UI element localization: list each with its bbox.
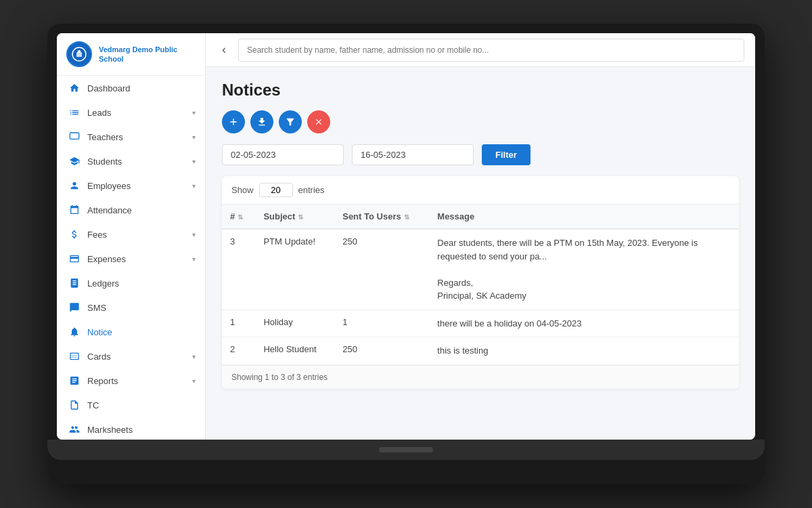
download-button[interactable] <box>250 110 273 133</box>
employees-icon <box>68 179 81 192</box>
nav-item-sms[interactable]: SMS <box>57 295 205 320</box>
laptop-screen: Vedmarg Demo Public School Dashboard Lea… <box>57 33 755 440</box>
laptop-notch <box>379 447 433 452</box>
table-row: 2 Hello Student 250 this is testing <box>222 337 739 365</box>
col-subject: Subject⇅ <box>255 205 334 229</box>
cell-subject: Hello Student <box>255 337 334 365</box>
notices-table: #⇅ Subject⇅ Sent To Users⇅ Message 3 PTM… <box>222 205 739 365</box>
svg-point-1 <box>78 50 81 53</box>
teachers-arrow: ▾ <box>192 133 196 141</box>
entries-suffix: entries <box>298 185 325 195</box>
laptop-base <box>47 440 765 460</box>
teachers-icon <box>68 131 81 143</box>
app-wrapper: Vedmarg Demo Public School Dashboard Lea… <box>57 33 755 440</box>
notice-label: Notice <box>87 327 196 337</box>
cell-num: 2 <box>222 337 255 365</box>
nav-item-leads[interactable]: Leads ▾ <box>57 100 205 125</box>
nav-item-attendance[interactable]: Attendance <box>57 198 205 222</box>
expenses-arrow: ▾ <box>192 255 196 263</box>
fees-icon <box>68 228 81 240</box>
ledgers-icon <box>68 277 81 289</box>
nav-item-expenses[interactable]: Expenses ▾ <box>57 247 205 271</box>
reports-arrow: ▾ <box>192 377 196 385</box>
entries-input[interactable] <box>259 183 293 197</box>
laptop-frame: Vedmarg Demo Public School Dashboard Lea… <box>47 24 765 484</box>
dashboard-label: Dashboard <box>87 83 196 93</box>
notices-table-wrapper: Show entries #⇅ Subject⇅ Sent To Users⇅ <box>222 176 739 389</box>
date-to-input[interactable] <box>352 144 474 165</box>
home-icon <box>68 82 81 94</box>
tc-icon <box>68 399 81 411</box>
filter-row: Filter <box>222 144 739 165</box>
cell-subject: Holiday <box>255 310 334 337</box>
leads-icon <box>68 106 81 119</box>
sms-label: SMS <box>87 303 196 313</box>
sidebar: Vedmarg Demo Public School Dashboard Lea… <box>57 33 206 440</box>
show-entries-control: Show entries <box>222 176 739 205</box>
cell-message: Dear students, there will be a PTM on 15… <box>429 229 739 310</box>
nav-item-employees[interactable]: Employees ▾ <box>57 173 205 198</box>
reports-icon <box>68 375 81 387</box>
notice-icon <box>68 326 81 338</box>
main-content: ‹ Notices <box>206 33 755 440</box>
logo-icon <box>66 41 92 67</box>
nav-item-dashboard[interactable]: Dashboard <box>57 76 205 100</box>
show-label: Show <box>231 185 254 195</box>
cell-subject: PTM Update! <box>255 229 334 310</box>
teachers-label: Teachers <box>87 132 185 142</box>
employees-label: Employees <box>87 181 185 191</box>
col-sent-to: Sent To Users⇅ <box>334 205 429 229</box>
svg-rect-2 <box>70 133 78 139</box>
nav-item-teachers[interactable]: Teachers ▾ <box>57 125 205 149</box>
logo-text: Vedmarg Demo Public School <box>99 45 196 64</box>
expenses-label: Expenses <box>87 254 185 264</box>
nav-item-tc[interactable]: TC <box>57 393 205 417</box>
employees-arrow: ▾ <box>192 182 196 190</box>
nav-item-cards[interactable]: Cards ▾ <box>57 344 205 368</box>
date-from-input[interactable] <box>222 144 344 165</box>
cell-num: 3 <box>222 229 255 310</box>
nav-item-notice[interactable]: Notice <box>57 320 205 344</box>
expenses-icon <box>68 253 81 265</box>
tc-label: TC <box>87 400 196 410</box>
cell-num: 1 <box>222 310 255 337</box>
marksheets-label: Marksheets <box>87 425 196 435</box>
students-icon <box>68 155 81 167</box>
fees-arrow: ▾ <box>192 231 196 238</box>
cell-sent-to: 250 <box>334 229 429 310</box>
search-input[interactable] <box>238 39 744 62</box>
action-buttons <box>222 110 739 133</box>
col-message: Message <box>429 205 739 229</box>
attendance-icon <box>68 204 81 216</box>
nav-item-marksheets[interactable]: Marksheets <box>57 417 205 440</box>
col-num: #⇅ <box>222 205 255 229</box>
nav-item-ledgers[interactable]: Ledgers <box>57 271 205 295</box>
apply-filter-button[interactable]: Filter <box>482 144 531 165</box>
cell-message: this is testing <box>429 337 739 365</box>
ledgers-label: Ledgers <box>87 278 196 289</box>
sidebar-logo: Vedmarg Demo Public School <box>57 33 205 76</box>
sms-icon <box>68 301 81 314</box>
filter-button[interactable] <box>279 110 302 133</box>
nav-item-students[interactable]: Students ▾ <box>57 149 205 173</box>
cards-arrow: ▾ <box>192 353 196 360</box>
page-content: Notices <box>206 67 755 440</box>
students-arrow: ▾ <box>192 158 196 165</box>
cell-message: there will be a holiday on 04-05-2023 <box>429 310 739 337</box>
table-footer: Showing 1 to 3 of 3 entries <box>222 365 739 389</box>
topbar: ‹ <box>206 33 755 67</box>
reports-label: Reports <box>87 376 185 386</box>
close-button[interactable] <box>307 110 330 133</box>
table-row: 1 Holiday 1 there will be a holiday on 0… <box>222 310 739 337</box>
cards-icon <box>68 350 81 362</box>
back-button[interactable]: ‹ <box>217 40 231 60</box>
page-title: Notices <box>222 81 739 100</box>
add-button[interactable] <box>222 110 245 133</box>
fees-label: Fees <box>87 230 185 240</box>
attendance-label: Attendance <box>87 205 196 215</box>
cards-label: Cards <box>87 352 185 362</box>
nav-item-fees[interactable]: Fees ▾ <box>57 222 205 247</box>
cell-sent-to: 1 <box>334 310 429 337</box>
nav-item-reports[interactable]: Reports ▾ <box>57 368 205 393</box>
table-row: 3 PTM Update! 250 Dear students, there w… <box>222 229 739 310</box>
